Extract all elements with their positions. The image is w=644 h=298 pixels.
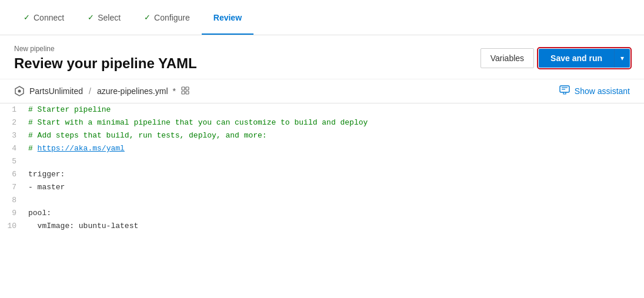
save-and-run-button[interactable]: Save and run: [539, 49, 614, 68]
code-line-1: 1 # Starter pipeline: [0, 103, 644, 116]
show-assistant-button[interactable]: Show assistant: [559, 85, 630, 97]
code-line-5: 5: [0, 155, 644, 168]
tab-review[interactable]: Review: [202, 0, 253, 35]
save-run-group: Save and run ▾: [539, 49, 630, 68]
line-num-5: 5: [0, 155, 24, 168]
code-line-10: 10 vmImage: ubuntu-latest: [0, 220, 644, 233]
line-content-4: # https://aka.ms/yaml: [24, 142, 644, 155]
pipeline-icon: [14, 86, 25, 96]
line-content-10: vmImage: ubuntu-latest: [24, 220, 644, 233]
code-line-6: 6 trigger:: [0, 168, 644, 181]
line-content-2: # Start with a minimal pipeline that you…: [24, 116, 644, 129]
line-num-6: 6: [0, 168, 24, 181]
line-num-9: 9: [0, 207, 24, 220]
line-content-1: # Starter pipeline: [24, 103, 644, 116]
line-num-7: 7: [0, 181, 24, 194]
svg-rect-5: [186, 91, 189, 94]
toolbar-row: PartsUnlimited / azure-pipelines.yml * S…: [0, 79, 644, 103]
line-content-7: - master: [24, 181, 644, 194]
line-content-5: [24, 155, 644, 168]
code-line-4: 4 # https://aka.ms/yaml: [0, 142, 644, 155]
line-num-2: 2: [0, 116, 24, 129]
page-header: New pipeline Review your pipeline YAML V…: [0, 35, 644, 79]
line-num-4: 4: [0, 142, 24, 155]
code-editor[interactable]: 1 # Starter pipeline 2 # Start with a mi…: [0, 103, 644, 233]
tab-select[interactable]: ✓ Select: [76, 0, 132, 35]
line-content-6: trigger:: [24, 168, 644, 181]
tab-configure[interactable]: ✓ Configure: [132, 0, 202, 35]
project-name: PartsUnlimited: [29, 86, 83, 96]
tab-review-label: Review: [213, 13, 242, 22]
line-content-8: [24, 194, 644, 207]
breadcrumb: New pipeline: [14, 45, 197, 53]
nav-tabs: ✓ Connect ✓ Select ✓ Configure Review: [0, 0, 644, 35]
header-left: New pipeline Review your pipeline YAML: [14, 45, 197, 72]
chevron-down-icon: ▾: [620, 54, 624, 62]
tab-select-label: Select: [98, 13, 121, 22]
tab-configure-label: Configure: [154, 13, 190, 22]
variables-button[interactable]: Variables: [481, 48, 534, 68]
line-num-8: 8: [0, 194, 24, 207]
unsaved-indicator: *: [173, 86, 176, 96]
filename: azure-pipelines.yml: [97, 86, 168, 96]
line-num-10: 10: [0, 220, 24, 233]
check-icon-select: ✓: [88, 13, 94, 22]
save-run-dropdown-button[interactable]: ▾: [614, 49, 630, 68]
copy-link-icon[interactable]: [181, 86, 190, 97]
line-content-9: pool:: [24, 207, 644, 220]
line-content-3: # Add steps that build, run tests, deplo…: [24, 129, 644, 142]
code-line-7: 7 - master: [0, 181, 644, 194]
show-assistant-label: Show assistant: [575, 86, 630, 96]
check-icon-connect: ✓: [24, 13, 30, 22]
line-num-3: 3: [0, 129, 24, 142]
path-separator: /: [89, 86, 91, 96]
svg-rect-3: [186, 87, 189, 90]
svg-rect-4: [182, 91, 185, 94]
tab-connect-label: Connect: [34, 13, 64, 22]
page-title: Review your pipeline YAML: [14, 55, 197, 72]
code-line-2: 2 # Start with a minimal pipeline that y…: [0, 116, 644, 129]
header-right: Variables Save and run ▾: [481, 48, 630, 68]
svg-point-1: [18, 90, 21, 93]
toolbar-left: PartsUnlimited / azure-pipelines.yml *: [14, 86, 190, 97]
assistant-icon: [559, 85, 570, 97]
svg-rect-2: [182, 87, 185, 90]
code-line-9: 9 pool:: [0, 207, 644, 220]
check-icon-configure: ✓: [144, 13, 151, 22]
yaml-link[interactable]: https://aka.ms/yaml: [38, 144, 125, 153]
tab-connect[interactable]: ✓ Connect: [12, 0, 76, 35]
line-num-1: 1: [0, 103, 24, 116]
code-line-3: 3 # Add steps that build, run tests, dep…: [0, 129, 644, 142]
code-line-8: 8: [0, 194, 644, 207]
